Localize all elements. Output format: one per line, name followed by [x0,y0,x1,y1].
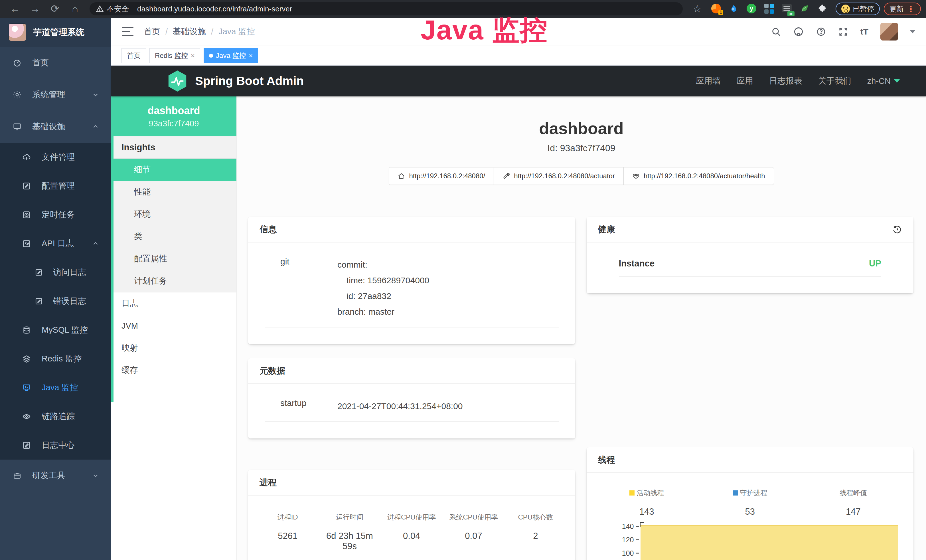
not-secure-warning-icon [96,5,104,13]
sba-app-header[interactable]: dashboard 93a3fc7f7409 [111,97,236,136]
sba-language-select[interactable]: zh-CN [867,76,900,86]
breadcrumb-home[interactable]: 首页 [144,26,160,37]
breadcrumb-current: Java 监控 [218,26,255,37]
sidebar-item-config-management[interactable]: 配置管理 [0,171,111,200]
sidebar-item-trace[interactable]: 链路追踪 [0,402,111,431]
extension-grid-icon[interactable] [764,4,775,14]
y-axis-tick [635,553,639,554]
address-bar[interactable]: 不安全 dashboard.yudao.iocoder.cn/infra/adm… [89,2,683,15]
sidebar-item-dev-tools[interactable]: 研发工具 [0,460,111,492]
health-card: 健康 Instance UP [587,217,914,293]
git-id-line: id: 27aa832 [337,288,429,304]
sidebar-item-label: 首页 [32,57,49,68]
sidebar-brand[interactable]: 芋道管理系统 [0,18,111,47]
sidebar-item-home[interactable]: 首页 [0,47,111,79]
page-title: dashboard [237,119,926,138]
sidebar-item-label: Java 监控 [42,382,78,394]
sba-item-logs[interactable]: 日志 [111,292,236,315]
github-icon[interactable] [793,26,804,37]
sidebar-item-log-center[interactable]: 日志中心 [0,431,111,460]
sba-app-name: dashboard [147,105,200,117]
font-size-icon[interactable]: tT [860,27,869,36]
url-text[interactable]: dashboard.yudao.iocoder.cn/infra/admin-s… [137,5,292,14]
breadcrumb-separator: / [211,27,213,36]
sidebar-item-file-management[interactable]: 文件管理 [0,143,111,171]
instance-actuator-link[interactable]: http://192.168.0.2:48080/actuator [494,167,624,185]
card-title: 元数据 [260,365,285,377]
sidebar-item-access-log[interactable]: 访问日志 [0,258,111,287]
security-label[interactable]: 不安全 [107,4,129,14]
log-edit-icon [22,239,31,248]
sba-nav-applications[interactable]: 应用 [737,75,753,87]
legend-value: 53 [698,507,802,517]
threads-legend: 活动线程 143 守护进程 53 线程峰值 147 [587,473,914,517]
instance-home-link[interactable]: http://192.168.0.2:48080/ [389,167,494,185]
help-icon[interactable] [816,27,826,37]
sba-brand[interactable]: Spring Boot Admin [167,70,304,92]
extension-orange-icon[interactable]: 1 [711,4,722,14]
sba-item-config-props[interactable]: 配置属性 [111,248,236,270]
sidebar-item-label: 链路追踪 [42,411,75,422]
extension-leaf-icon[interactable] [800,4,810,14]
sba-nav-journal[interactable]: 日志报表 [769,75,802,87]
link-url: http://192.168.0.2:48080/ [409,172,485,180]
legend-peak-threads: 线程峰值 147 [802,488,905,517]
instance-health-link[interactable]: http://192.168.0.2:48080/actuator/health [623,167,774,185]
sidebar-item-error-log[interactable]: 错误日志 [0,287,111,316]
sba-item-mappings[interactable]: 映射 [111,337,236,359]
sidebar-item-api-log[interactable]: API 日志 [0,229,111,258]
sba-item-caches[interactable]: 缓存 [111,359,236,381]
fullscreen-icon[interactable] [838,27,849,37]
card-title: 线程 [598,454,615,466]
search-icon[interactable] [771,27,781,37]
tab-redis-monitor[interactable]: Redis 监控 × [150,48,200,63]
chrome-update-button[interactable]: 更新 ⋮ [884,3,921,15]
java-monitor-icon [22,383,31,392]
sidebar-item-infrastructure[interactable]: 基础设施 [0,111,111,143]
close-icon[interactable]: × [249,51,253,60]
tab-home[interactable]: 首页 [121,48,146,63]
user-avatar[interactable] [881,23,898,41]
extension-pin-icon[interactable] [729,4,739,14]
sidebar-item-scheduled-jobs[interactable]: 定时任务 [0,200,111,229]
extension-list-icon[interactable]: on [782,4,792,14]
sidebar-item-system-management[interactable]: 系统管理 [0,79,111,111]
sidebar-item-mysql-monitor[interactable]: MySQL 监控 [0,316,111,344]
layers-icon [22,354,31,363]
browser-back-icon[interactable]: ← [5,3,25,15]
legend-label: 活动线程 [637,489,664,496]
sba-nav-wall[interactable]: 应用墙 [696,75,721,87]
startup-label: startup [265,398,337,414]
main-area: 首页 / 基础设施 / Java 监控 tT 首页 Redis [111,18,926,560]
breadcrumb-infrastructure[interactable]: 基础设施 [173,26,206,37]
chrome-menu-icon[interactable]: ⋮ [906,4,915,14]
sba-nav-about[interactable]: 关于我们 [818,75,851,87]
tab-java-monitor[interactable]: Java 监控 × [204,48,258,63]
browser-reload-icon[interactable]: ⟳ [45,3,65,15]
browser-forward-icon[interactable]: → [25,3,45,15]
bookmark-star-icon[interactable]: ☆ [687,3,707,15]
hamburger-icon[interactable] [122,27,133,36]
sba-item-scheduled-tasks[interactable]: 计划任务 [111,270,236,292]
monitor-icon [13,123,21,131]
sidebar-item-label: 错误日志 [53,295,86,307]
stat-header: 运行时间 [319,513,380,522]
sidebar-item-label: 文件管理 [42,151,75,163]
paused-label: 已暂停 [853,4,874,14]
sidebar-item-redis-monitor[interactable]: Redis 监控 [0,344,111,373]
avatar-caret-icon[interactable] [910,30,915,33]
sidebar-item-java-monitor[interactable]: Java 监控 [0,373,111,402]
sba-item-jvm[interactable]: JVM [111,315,236,337]
metadata-card-header: 元数据 [248,358,575,384]
sba-item-details[interactable]: 细节 [111,159,236,181]
history-icon[interactable] [892,224,902,234]
y-axis-tick-label: 100 [612,549,634,557]
sba-item-classes[interactable]: 类 [111,226,236,248]
sba-item-performance[interactable]: 性能 [111,181,236,203]
recorder-paused-chip[interactable]: 已暂停 [835,3,880,15]
extension-green-y-icon[interactable]: y [747,4,757,14]
browser-home-icon[interactable]: ⌂ [65,3,85,15]
sba-item-environment[interactable]: 环境 [111,203,236,226]
extensions-puzzle-icon[interactable] [817,4,828,14]
close-icon[interactable]: × [191,51,195,60]
